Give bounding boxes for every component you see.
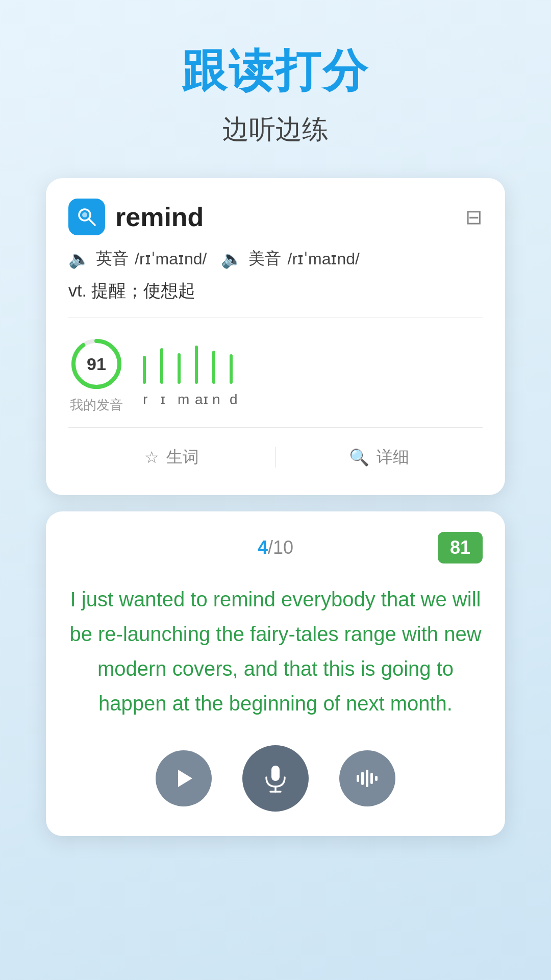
svg-line-1: [89, 219, 95, 225]
phoneme-bar-1: [160, 348, 163, 384]
svg-rect-11: [366, 770, 368, 787]
phoneme-label-5: d: [230, 391, 233, 408]
dict-definition: vt. 提醒；使想起: [68, 279, 483, 303]
dictionary-card: remind ⊟ 🔈 英音 /rɪˈmaɪnd/ 🔈 美音 /rɪˈmaɪnd/…: [46, 178, 505, 495]
total-pages: 10: [273, 537, 293, 558]
phonetic-en: /rɪˈmaɪnd/: [135, 249, 207, 268]
svg-rect-13: [375, 776, 378, 781]
progress-row: 4/10 81: [68, 532, 483, 564]
app-logo: [68, 199, 105, 235]
reading-text: I just wanted to remind everybody that w…: [68, 582, 483, 721]
svg-rect-10: [361, 772, 364, 785]
play-button[interactable]: [156, 750, 212, 806]
progress-separator: /: [268, 537, 273, 558]
detail-label: 详细: [377, 446, 409, 469]
dict-card-footer: ☆ 生词 🔍 详细: [68, 438, 483, 477]
page-subtitle: 边听边练: [222, 112, 329, 148]
speaker-en-icon[interactable]: 🔈: [68, 249, 90, 269]
dict-header: remind ⊟: [68, 199, 483, 235]
svg-rect-9: [357, 775, 359, 782]
score-label: 我的发音: [70, 396, 123, 414]
phonetic-row: 🔈 英音 /rɪˈmaɪnd/ 🔈 美音 /rɪˈmaɪnd/: [68, 248, 483, 270]
phoneme-label-1: ɪ: [160, 391, 163, 408]
controls-row: [68, 745, 483, 812]
phonemes-row: rɪmaɪnd: [143, 388, 483, 408]
svg-rect-6: [271, 766, 280, 781]
detail-btn[interactable]: 🔍 详细: [276, 438, 483, 477]
phoneme-bar-4: [212, 351, 215, 384]
phonetic-us: /rɪˈmaɪnd/: [287, 249, 359, 268]
phoneme-bar-0: [143, 356, 146, 384]
menu-icon[interactable]: ⊟: [465, 205, 483, 229]
page-title: 跟读打分: [182, 41, 369, 102]
bars-row: [143, 342, 483, 388]
speaker-us-icon[interactable]: 🔈: [221, 249, 242, 269]
vocab-btn[interactable]: ☆ 生词: [68, 438, 276, 477]
score-number: 91: [87, 354, 106, 374]
score-circle: 91: [68, 336, 124, 392]
phonetic-us-group: 🔈 美音 /rɪˈmaɪnd/: [221, 248, 359, 270]
svg-point-2: [82, 212, 87, 217]
phonetic-us-label: 美音: [248, 248, 281, 270]
divider-top: [68, 317, 483, 317]
record-button[interactable]: [242, 745, 309, 812]
phonetic-en-label: 英音: [96, 248, 129, 270]
current-page: 4: [258, 537, 268, 558]
practice-card: 4/10 81 I just wanted to remind everybod…: [46, 511, 505, 836]
vocab-label: 生词: [166, 446, 199, 469]
svg-marker-5: [178, 770, 192, 787]
dict-logo-area: remind: [68, 199, 204, 235]
pronunciation-section: 91 我的发音 rɪmaɪnd: [68, 326, 483, 419]
waveform-area: rɪmaɪnd: [143, 342, 483, 408]
phoneme-bar-2: [178, 353, 181, 384]
progress-text: 4/10: [207, 537, 345, 558]
phoneme-bar-3: [195, 346, 198, 384]
phoneme-label-4: n: [212, 391, 215, 408]
svg-rect-12: [370, 773, 373, 784]
dict-word: remind: [115, 202, 204, 232]
divider-bottom: [68, 427, 483, 428]
waveform-button[interactable]: [339, 750, 395, 806]
star-icon: ☆: [144, 448, 159, 467]
phoneme-bar-5: [230, 354, 233, 384]
phonetic-en-group: 🔈 英音 /rɪˈmaɪnd/: [68, 248, 207, 270]
phoneme-label-0: r: [143, 391, 146, 408]
phoneme-label-3: aɪ: [195, 391, 198, 408]
search-icon: 🔍: [349, 448, 369, 467]
phoneme-label-2: m: [178, 391, 181, 408]
practice-score-badge: 81: [438, 532, 483, 564]
